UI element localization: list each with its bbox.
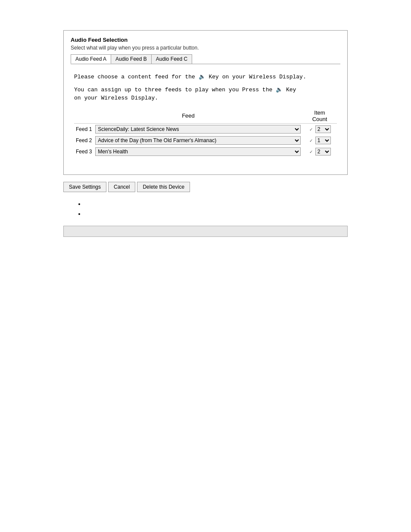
main-container: Audio Feed Selection Select what will pl… [63,30,348,237]
bullet-list [85,201,348,217]
bottom-bar [63,226,348,237]
feed-2-select-cell: Advice of the Day (from The Old Farmer's… [93,135,302,146]
description-line1: Please choose a content feed for the 🔈 K… [74,73,337,81]
feed-1-select-cell: ScienceDaily: Latest Science News [93,123,302,135]
feed-2-label: Feed 2 [74,135,93,146]
list-item [85,201,348,207]
feed-2-count-select[interactable]: 1 2 3 [315,137,331,144]
feed-1-count-select[interactable]: 2 1 3 [315,125,331,133]
cancel-button[interactable]: Cancel [108,182,135,192]
tab-audio-feed-a[interactable]: Audio Feed A [71,54,111,64]
feed-table: Feed ItemCount Feed 1 S [74,109,337,157]
action-buttons: Save Settings Cancel Delete this Device [63,182,348,192]
feed-3-select-cell: Men's Health [93,146,302,157]
col-header-feed: Feed [74,109,302,124]
list-item [85,211,348,217]
tab-audio-feed-b[interactable]: Audio Feed B [111,54,152,64]
table-row: Feed 2 Advice of the Day (from The Old F… [74,135,337,146]
count-arrow-icon: ✓ [308,138,314,143]
table-row: Feed 3 Men's Health ✓ 2 1 [74,146,337,157]
col-header-item-count: ItemCount [302,109,337,124]
count-arrow-icon: ✓ [308,127,314,132]
feed-2-select[interactable]: Advice of the Day (from The Old Farmer's… [95,136,301,145]
panel-title: Audio Feed Selection [71,37,340,43]
feed-3-select[interactable]: Men's Health [95,147,301,156]
tab-audio-feed-c[interactable]: Audio Feed C [151,54,192,64]
count-arrow-icon: ✓ [308,149,314,154]
feed-1-select[interactable]: ScienceDaily: Latest Science News [95,125,301,134]
audio-icon-2: 🔈 [276,86,283,94]
feed-3-count-cell: ✓ 2 1 3 [302,146,337,157]
audio-feed-panel: Audio Feed Selection Select what will pl… [63,30,348,175]
feed-2-count-cell: ✓ 1 2 3 [302,135,337,146]
tab-content: Please choose a content feed for the 🔈 K… [71,70,340,166]
description-line2: You can assign up to three feeds to play… [74,86,337,103]
save-settings-button[interactable]: Save Settings [63,182,106,192]
audio-icon-1: 🔈 [199,73,206,81]
feed-1-count-cell: ✓ 2 1 3 [302,123,337,135]
tabs-row: Audio Feed A Audio Feed B Audio Feed C [71,54,340,64]
feed-3-count-select[interactable]: 2 1 3 [315,148,331,156]
feed-1-label: Feed 1 [74,123,93,135]
feed-3-label: Feed 3 [74,146,93,157]
table-row: Feed 1 ScienceDaily: Latest Science News… [74,123,337,135]
panel-subtitle: Select what will play when you press a p… [71,45,340,51]
delete-device-button[interactable]: Delete this Device [137,182,190,192]
